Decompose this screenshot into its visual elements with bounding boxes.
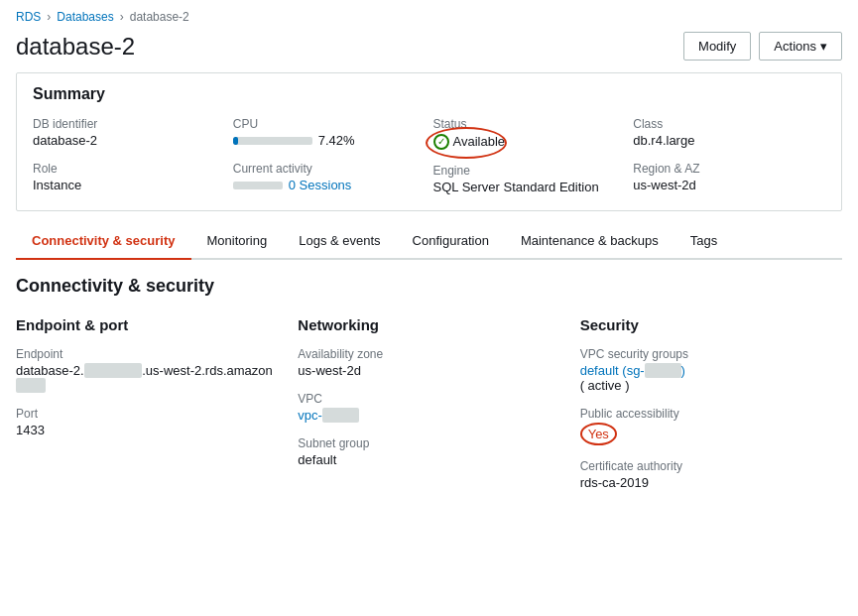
endpoint-prefix: database-2. [16, 363, 84, 378]
modify-button[interactable]: Modify [683, 32, 751, 61]
tab-logs[interactable]: Logs & events [283, 223, 396, 260]
endpoint-value: database-2. .us-west-2.rds.amazon [16, 363, 278, 378]
engine-label: Engine [433, 164, 626, 178]
breadcrumb-sep-1: › [47, 10, 51, 24]
vpc-sg-suffix: ) [681, 363, 685, 378]
summary-col-2: CPU 7.42% Current activity 0 Sessions [233, 117, 426, 194]
content-section: Connectivity & security Endpoint & port … [0, 260, 858, 490]
az-value: us-west-2d [298, 363, 559, 378]
vpc-sg-value[interactable]: default (sg- ) [580, 363, 842, 378]
vpc-value-prefix: vpc- [298, 408, 322, 423]
tab-maintenance[interactable]: Maintenance & backups [505, 223, 674, 260]
vpc-sg-prefix: default (sg- [580, 363, 645, 378]
actions-chevron-icon: ▾ [820, 39, 827, 54]
security-title: Security [580, 316, 842, 333]
sessions-value[interactable]: 0 Sessions [289, 178, 352, 192]
breadcrumb-databases[interactable]: Databases [57, 10, 113, 24]
public-value-container: Yes [580, 423, 842, 445]
actions-button[interactable]: Actions ▾ [759, 32, 842, 61]
section-title: Connectivity & security [16, 276, 842, 297]
status-label: Status [433, 117, 626, 131]
tab-configuration[interactable]: Configuration [397, 223, 505, 260]
cpu-label: CPU [233, 117, 426, 131]
az-label: Availability zone [298, 347, 559, 361]
networking-title: Networking [298, 316, 559, 333]
db-identifier-value: database-2 [33, 133, 225, 148]
content-columns: Endpoint & port Endpoint database-2. .us… [16, 316, 842, 490]
status-badge: ✓ Available [433, 134, 506, 150]
vpc-blurred [322, 408, 359, 423]
header-actions: Modify Actions ▾ [683, 32, 842, 61]
actions-label: Actions [774, 39, 816, 54]
tab-connectivity[interactable]: Connectivity & security [16, 223, 191, 260]
cpu-bar-bg [233, 137, 312, 145]
subnet-label: Subnet group [298, 436, 559, 450]
port-label: Port [16, 407, 278, 421]
tab-tags[interactable]: Tags [674, 223, 733, 260]
breadcrumb-current: database-2 [130, 10, 189, 24]
region-az-label: Region & AZ [633, 162, 825, 176]
vpc-sg-status: ( active ) [580, 378, 842, 393]
cpu-bar-container: 7.42% [233, 133, 426, 148]
db-identifier-label: DB identifier [33, 117, 225, 131]
ca-value: rds-ca-2019 [580, 475, 842, 490]
tabs-bar: Connectivity & security Monitoring Logs … [16, 223, 842, 260]
vpc-sg-blurred [645, 363, 681, 378]
role-value: Instance [33, 178, 225, 192]
status-circle-container: ✓ Available [433, 133, 506, 150]
endpoint-blurred [84, 363, 143, 378]
port-value: 1433 [16, 423, 278, 437]
status-value: Available [453, 134, 506, 149]
role-label: Role [33, 162, 225, 176]
tab-monitoring[interactable]: Monitoring [191, 223, 284, 260]
endpoint-port-title: Endpoint & port [16, 316, 278, 333]
sessions-bar-container: 0 Sessions [233, 178, 426, 192]
endpoint-blurred-2 [16, 378, 46, 393]
endpoint-label: Endpoint [16, 347, 278, 361]
summary-col-3: Status ✓ Available Engine SQL Server Sta… [433, 117, 626, 194]
class-label: Class [633, 117, 825, 131]
summary-col-1: DB identifier database-2 Role Instance [33, 117, 225, 194]
breadcrumb-sep-2: › [120, 10, 124, 24]
public-label: Public accessibility [580, 407, 842, 421]
vpc-value[interactable]: vpc- [298, 408, 559, 423]
summary-col-4: Class db.r4.large Region & AZ us-west-2d [633, 117, 825, 194]
current-activity-label: Current activity [233, 162, 426, 176]
endpoint-suffix: .us-west-2.rds.amazon [142, 363, 273, 378]
networking-column: Networking Availability zone us-west-2d … [298, 316, 559, 490]
class-value: db.r4.large [633, 133, 825, 148]
subnet-value: default [298, 452, 559, 467]
region-az-value: us-west-2d [633, 178, 825, 192]
page-title: database-2 [16, 33, 135, 61]
summary-title: Summary [33, 85, 825, 103]
security-column: Security VPC security groups default (sg… [580, 316, 842, 490]
endpoint-port-column: Endpoint & port Endpoint database-2. .us… [16, 316, 278, 490]
breadcrumb: RDS › Databases › database-2 [0, 0, 858, 28]
summary-card: Summary DB identifier database-2 Role In… [16, 72, 842, 211]
page-header: database-2 Modify Actions ▾ [0, 28, 858, 72]
cpu-bar-fill [233, 137, 239, 145]
status-icon: ✓ [433, 134, 449, 150]
public-value: Yes [580, 423, 617, 445]
sessions-bar [233, 182, 283, 189]
ca-label: Certificate authority [580, 459, 842, 473]
vpc-sg-label: VPC security groups [580, 347, 842, 361]
breadcrumb-rds[interactable]: RDS [16, 10, 41, 24]
endpoint-value-2 [16, 378, 278, 393]
summary-grid: DB identifier database-2 Role Instance C… [33, 117, 825, 194]
cpu-percent: 7.42% [318, 133, 355, 148]
vpc-label: VPC [298, 392, 559, 406]
engine-value: SQL Server Standard Edition [433, 180, 626, 194]
